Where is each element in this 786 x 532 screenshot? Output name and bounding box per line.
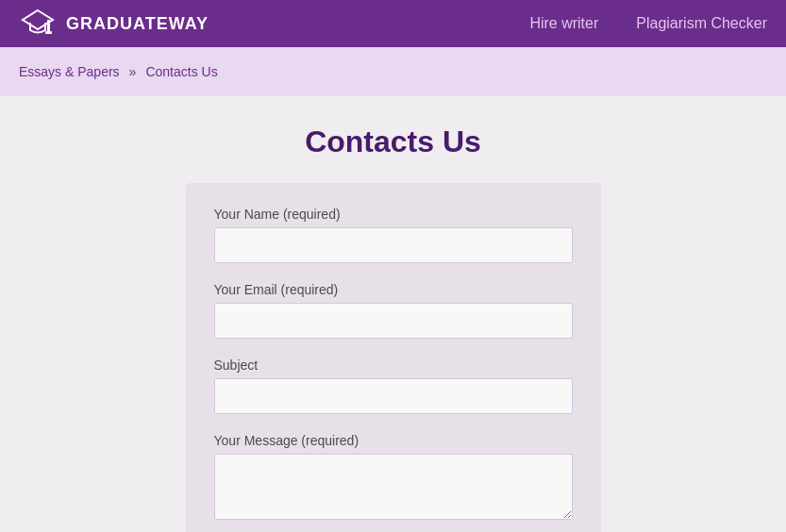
- breadcrumb-separator: »: [129, 64, 137, 79]
- breadcrumb: Essays & Papers » Contacts Us: [0, 47, 786, 96]
- plagiarism-checker-link[interactable]: Plagiarism Checker: [636, 15, 767, 32]
- email-input[interactable]: [214, 303, 573, 339]
- message-label: Your Message (required): [214, 433, 573, 448]
- breadcrumb-home[interactable]: Essays & Papers: [19, 64, 120, 79]
- page-title: Contacts Us: [305, 125, 481, 159]
- svg-rect-3: [45, 31, 52, 34]
- header: GRADUATEWAY Hire writer Plagiarism Check…: [0, 0, 786, 47]
- hire-writer-link[interactable]: Hire writer: [529, 15, 598, 32]
- contact-form-container: Your Name (required) Your Email (require…: [186, 183, 601, 532]
- email-field-group: Your Email (required): [214, 282, 573, 339]
- name-field-group: Your Name (required): [214, 207, 573, 263]
- svg-rect-2: [47, 20, 50, 31]
- message-field-group: Your Message (required): [214, 433, 573, 524]
- name-input[interactable]: [214, 227, 573, 263]
- logo-icon: [19, 5, 57, 42]
- contact-form: Your Name (required) Your Email (require…: [214, 207, 573, 524]
- main-content: Contacts Us Your Name (required) Your Em…: [0, 96, 786, 532]
- header-nav: Hire writer Plagiarism Checker: [529, 15, 767, 32]
- name-label: Your Name (required): [214, 207, 573, 222]
- message-textarea[interactable]: [214, 454, 573, 520]
- subject-field-group: Subject: [214, 357, 573, 414]
- brand-name: GRADUATEWAY: [66, 14, 209, 34]
- breadcrumb-current: Contacts Us: [145, 64, 217, 79]
- subject-label: Subject: [214, 357, 573, 373]
- email-label: Your Email (required): [214, 282, 573, 297]
- subject-input[interactable]: [214, 378, 573, 414]
- logo[interactable]: GRADUATEWAY: [19, 5, 209, 42]
